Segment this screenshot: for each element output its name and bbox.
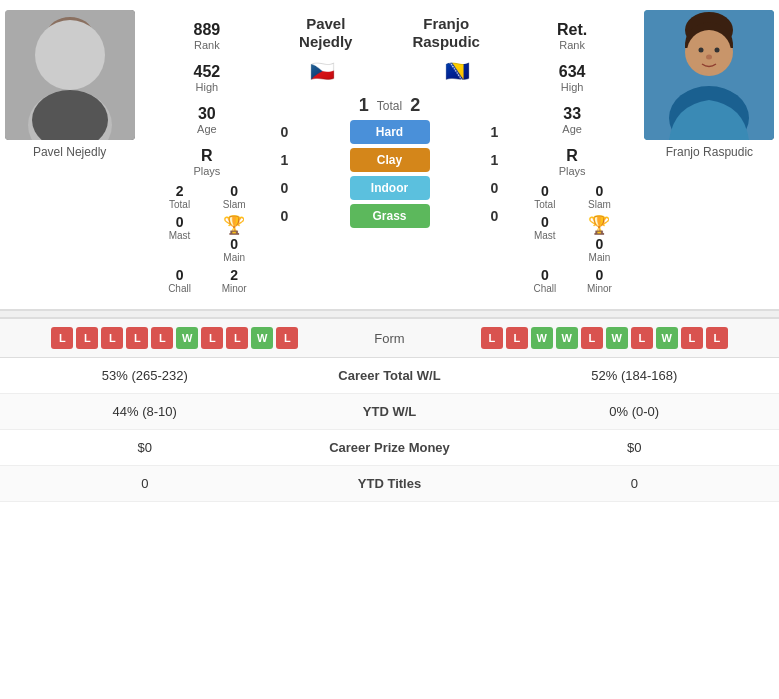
right-rank-block: Ret. Rank — [557, 21, 587, 51]
right-minor-label: Minor — [574, 283, 625, 294]
loss-badge: L — [276, 327, 298, 349]
left-slam-stat: 0 Slam — [209, 183, 260, 210]
player-names-row: Pavel Nejedly Franjo Raspudic — [299, 15, 480, 51]
player-right-name: Franjo Raspudic — [666, 145, 753, 159]
right-slam-stat: 0 Slam — [574, 183, 625, 210]
left-mast-stat: 0 Mast — [154, 214, 205, 263]
total-left-score: 1 — [359, 95, 369, 116]
surface-rows: 0 Hard 1 1 Clay 1 0 Indoor 0 0 Grass 0 — [275, 120, 505, 228]
loss-badge: L — [151, 327, 173, 349]
right-minor-value: 0 — [574, 267, 625, 283]
surface-row: 0 Indoor 0 — [275, 176, 505, 200]
right-sub-stats: 0 Total 0 Slam 0 Mast 🏆 0 Main 0 — [505, 183, 640, 294]
left-mast-label: Mast — [154, 230, 205, 241]
loss-badge: L — [481, 327, 503, 349]
left-minor-value: 2 — [209, 267, 260, 283]
stats-table: 53% (265-232) Career Total W/L 52% (184-… — [0, 358, 779, 502]
left-age-label: Age — [197, 123, 217, 135]
prize-money-row: $0 Career Prize Money $0 — [0, 430, 779, 466]
player-left-center-name: Pavel Nejedly — [299, 15, 352, 51]
prize-money-label: Career Prize Money — [290, 440, 490, 455]
left-sub-stats: 2 Total 0 Slam 0 Mast 🏆 0 Main 0 — [139, 183, 274, 294]
loss-badge: L — [101, 327, 123, 349]
left-chall-value: 0 — [154, 267, 205, 283]
career-wl-label: Career Total W/L — [290, 368, 490, 383]
player-left-name: Pavel Nejedly — [33, 145, 106, 159]
right-high-block: 634 High — [559, 63, 586, 93]
svg-point-8 — [67, 55, 73, 59]
left-slam-value: 0 — [209, 183, 260, 199]
form-label: Form — [350, 331, 430, 346]
win-badge: W — [606, 327, 628, 349]
loss-badge: L — [581, 327, 603, 349]
svg-point-16 — [706, 55, 712, 60]
right-career-wl: 52% (184-168) — [490, 368, 780, 383]
right-main-label: Main — [589, 252, 611, 263]
loss-badge: L — [201, 327, 223, 349]
left-main-label: Main — [223, 252, 245, 263]
surface-badge: Hard — [350, 120, 430, 144]
svg-point-13 — [687, 30, 731, 74]
right-mast-value: 0 — [520, 214, 571, 230]
ytd-titles-label: YTD Titles — [290, 476, 490, 491]
left-plays-block: R Plays — [193, 147, 220, 177]
player-comparison-section: Pavel Nejedly 889 Rank 452 High 30 Age R… — [0, 0, 779, 310]
loss-badge: L — [506, 327, 528, 349]
left-mast-value: 0 — [154, 214, 205, 230]
left-ytd-wl: 44% (8-10) — [0, 404, 290, 419]
win-badge: W — [531, 327, 553, 349]
loss-badge: L — [631, 327, 653, 349]
surface-right-score: 0 — [485, 180, 505, 196]
right-mast-label: Mast — [520, 230, 571, 241]
left-form-badges: LLLLLWLLWL — [10, 327, 340, 349]
right-total-value: 0 — [520, 183, 571, 199]
svg-point-3 — [48, 30, 92, 74]
win-badge: W — [176, 327, 198, 349]
left-total-label: Total — [154, 199, 205, 210]
page-container: Pavel Nejedly 889 Rank 452 High 30 Age R… — [0, 0, 779, 502]
left-high-block: 452 High — [194, 63, 221, 93]
right-rank-value: Ret. — [557, 21, 587, 39]
surface-right-score: 1 — [485, 152, 505, 168]
surface-row: 0 Hard 1 — [275, 120, 505, 144]
surface-row: 1 Clay 1 — [275, 148, 505, 172]
surface-right-score: 1 — [485, 124, 505, 140]
right-ytd-wl: 0% (0-0) — [490, 404, 780, 419]
loss-badge: L — [226, 327, 248, 349]
svg-point-7 — [75, 48, 80, 53]
surface-left-score: 0 — [275, 180, 295, 196]
left-minor-stat: 2 Minor — [209, 267, 260, 294]
left-career-wl: 53% (265-232) — [0, 368, 290, 383]
left-plays-value: R — [193, 147, 220, 165]
win-badge: W — [556, 327, 578, 349]
total-right-score: 2 — [410, 95, 420, 116]
right-minor-stat: 0 Minor — [574, 267, 625, 294]
player-right-card: Franjo Raspudic — [640, 10, 779, 299]
win-badge: W — [251, 327, 273, 349]
ytd-titles-row: 0 YTD Titles 0 — [0, 466, 779, 502]
left-chall-label: Chall — [154, 283, 205, 294]
right-plays-value: R — [559, 147, 586, 165]
surface-right-score: 0 — [485, 208, 505, 224]
right-chall-label: Chall — [520, 283, 571, 294]
loss-badge: L — [126, 327, 148, 349]
left-flag: 🇨🇿 — [310, 59, 335, 83]
svg-point-1 — [42, 27, 98, 83]
player-left-stats: 889 Rank 452 High 30 Age R Plays 2 — [139, 10, 274, 299]
player-right-center-name: Franjo Raspudic — [412, 15, 480, 51]
left-total-value: 2 — [154, 183, 205, 199]
left-slam-label: Slam — [209, 199, 260, 210]
right-trophy-icon: 🏆 — [588, 214, 610, 236]
player-right-photo — [644, 10, 774, 140]
surface-left-score: 0 — [275, 124, 295, 140]
left-plays-label: Plays — [193, 165, 220, 177]
total-label: Total — [377, 99, 402, 113]
left-chall-stat: 0 Chall — [154, 267, 205, 294]
right-slam-value: 0 — [574, 183, 625, 199]
right-flag: 🇧🇦 — [445, 59, 470, 83]
right-age-block: 33 Age — [562, 105, 582, 135]
surface-badge: Indoor — [350, 176, 430, 200]
left-rank-value: 889 — [194, 21, 221, 39]
middle-section: Pavel Nejedly Franjo Raspudic 🇨🇿 🇧🇦 1 To… — [275, 10, 505, 299]
right-plays-block: R Plays — [559, 147, 586, 177]
